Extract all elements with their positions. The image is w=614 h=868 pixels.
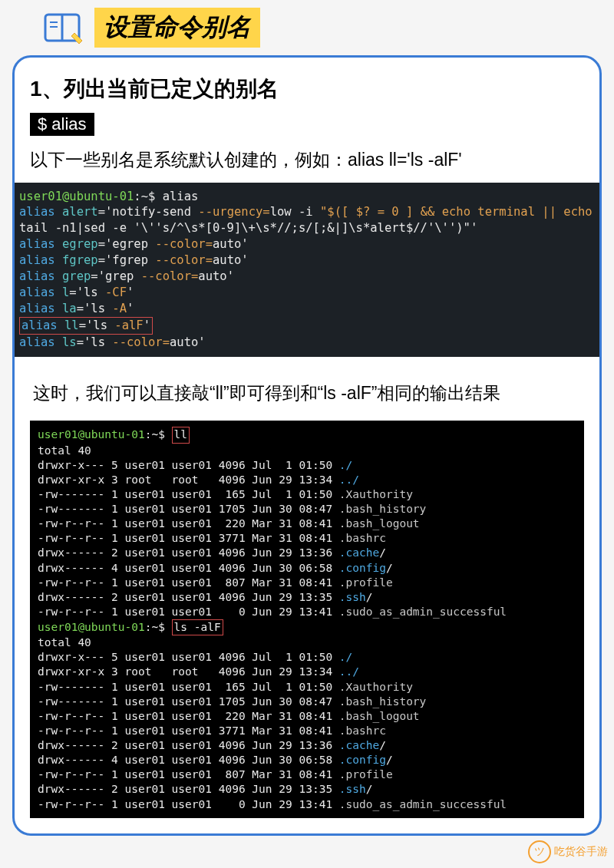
header: 设置命令别名 [0, 8, 614, 48]
section-desc: 以下一些别名是系统默认创建的，例如：alias ll='ls -alF' [30, 147, 584, 173]
terminal-output-ll: user01@ubuntu-01:~$ ll total 40 drwxr-x-… [30, 421, 584, 817]
mascot-icon: ツ [528, 840, 551, 863]
command-box: $ alias [30, 113, 94, 136]
book-icon [42, 8, 85, 47]
svg-marker-4 [71, 33, 82, 44]
section-heading: 1、列出当前已定义的别名 [30, 74, 584, 104]
brand-text: 吃货谷手游 [554, 845, 608, 859]
brand-badge: ツ 吃货谷手游 [528, 840, 608, 863]
mid-paragraph: 这时，我们可以直接敲“ll”即可得到和“ls -alF”相同的输出结果 [33, 377, 581, 411]
page-title: 设置命令别名 [94, 8, 260, 48]
terminal-output-alias: user01@ubuntu-01:~$ alias alias alert='n… [15, 183, 599, 357]
content-card: 1、列出当前已定义的别名 $ alias 以下一些别名是系统默认创建的，例如：a… [12, 55, 602, 836]
